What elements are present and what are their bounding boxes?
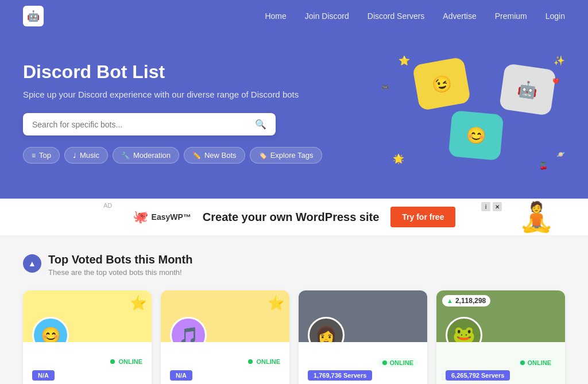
bot-avatar-groovy: 🎵 [170,317,207,342]
navbar: 🤖 Home Join Discord Discord Servers Adve… [0,0,588,32]
deco-heart: ❤️ [552,78,559,84]
ad-logo-icon: 🐙 [133,210,148,224]
nav-join-discord[interactable]: Join Discord [305,11,349,21]
deco-cherry: 🍒 [539,162,548,170]
status-text-dank: ONLINE [527,359,551,366]
bot-card-body-dank: ONLINE 6,265,792 Servers Dank Memer Glob… [436,342,565,384]
servers-badge-dank: 6,265,792 Servers [446,370,510,381]
ad-text: Create your own WordPress site [203,211,380,224]
filter-tab-music-label: Music [80,151,99,160]
bot-card-dank-memer[interactable]: △ ○ □ ▲ 2,118,298 🐸 ONLINE 6,265,792 [436,290,565,384]
bot-card-banner-mudae: 👩 [299,290,427,342]
deco-planet: 🪐 [556,150,565,158]
section-chevron: ▲ [23,254,41,273]
nav-home[interactable]: Home [265,11,286,21]
bot-card-groovy[interactable]: ⭐ 🎵 ONLINE N/A Groovy The best music bot… [161,290,289,384]
bot-card-banner-dank: ▲ 2,118,298 🐸 [436,290,565,342]
ad-close-button[interactable]: ✕ [493,202,502,211]
moderation-icon: 🔧 [121,152,130,160]
status-dot-mudae [382,360,387,365]
nav-logo[interactable]: 🤖 [23,6,44,26]
bot-avatar-mudae: 👩 [308,317,345,342]
ad-illustration: 🧘 [508,199,565,235]
search-bar: 🔍 [23,113,276,135]
section-subtitle: These are the top voted bots this month! [48,268,192,277]
tag-icon: 🏷️ [258,152,267,160]
status-dot-dank [520,360,525,365]
section-header: ▲ Top Voted Bots this Month These are th… [23,253,565,277]
bot-card-body-mudae: ONLINE 1,769,736 Servers Mudae Database … [299,342,427,384]
bubble-gray: 🤖 [499,63,556,116]
search-icon[interactable]: 🔍 [255,119,266,130]
vote-count-dank: 2,118,298 [455,297,486,305]
servers-badge-mee6: N/A [32,370,55,381]
deco-star-1: ⭐ [399,55,410,66]
filter-tab-moderation-label: Moderation [133,151,171,160]
star-badge-mee6: ⭐ [130,295,147,311]
status-dot-mee6 [110,359,115,364]
filter-tab-explore-tags[interactable]: 🏷️ Explore Tags [250,147,322,164]
ad-logo: 🐙 EasyWP™ [133,210,191,224]
servers-badge-groovy: N/A [170,370,192,381]
bot-card-mee6[interactable]: ⭐ 😊 ONLINE N/A MEE6 The most complete & … [23,290,152,384]
bot-card-body-groovy: ONLINE N/A Groovy The best music bot for… [161,342,289,384]
ad-logo-text: EasyWP™ [152,212,191,222]
bubble-yellow: 😉 [412,57,471,111]
bot-status-row-mudae: ONLINE [308,358,418,367]
ad-label: AD [103,202,112,209]
bubble-teal: 😊 [448,110,504,161]
filter-tab-top-label: Top [39,151,51,160]
logo-icon: 🤖 [23,6,44,26]
list-icon: ≡ [32,152,36,160]
ad-info-button[interactable]: i [481,202,490,211]
hero-subtitle: Spice up your Discord experience with ou… [23,90,345,99]
hero-left: Discord Bot List Spice up your Discord e… [23,61,345,164]
search-input[interactable] [32,120,255,129]
filter-tab-explore-tags-label: Explore Tags [270,151,314,160]
ad-banner: AD 🐙 EasyWP™ Create your own WordPress s… [0,199,588,236]
deco-star-2: ✨ [554,55,565,66]
bot-card-mudae[interactable]: 👩 ONLINE 1,769,736 Servers Mudae Databas… [299,290,427,384]
bot-status-row-mee6: ONLINE [32,358,142,365]
bot-card-banner-groovy: ⭐ 🎵 [161,290,289,342]
ad-cta-button[interactable]: Try for free [390,207,455,227]
status-text-mee6: ONLINE [118,358,142,365]
hero-section: Discord Bot List Spice up your Discord e… [0,32,588,199]
filter-tab-new-bots[interactable]: ✏️ New Bots [184,147,245,164]
vote-up-icon: ▲ [447,297,453,304]
vote-badge-dank: ▲ 2,118,298 [442,295,490,307]
nav-login[interactable]: Login [546,11,565,21]
filter-tab-new-bots-label: New Bots [204,151,237,160]
deco-star-3: 🌟 [393,153,404,164]
hero-illustration: 😉 😊 🤖 ⭐ ✨ 🌟 ❤️ 🍒 🪐 🎮 [381,55,565,170]
nav-advertise[interactable]: Advertise [443,11,476,21]
deco-controller: 🎮 [381,84,389,91]
nav-premium[interactable]: Premium [495,11,527,21]
music-icon: ♩ [73,152,76,160]
bot-avatar-dank: 🐸 [446,317,482,342]
bot-status-row-dank: ONLINE [446,358,556,367]
hero-title: Discord Bot List [23,61,345,83]
ad-close-area: i ✕ [481,202,502,211]
bot-avatar-mee6: 😊 [32,317,69,342]
section-info: Top Voted Bots this Month These are the … [48,253,192,277]
section-title: Top Voted Bots this Month [48,253,192,266]
bots-grid: ⭐ 😊 ONLINE N/A MEE6 The most complete & … [23,290,565,384]
filter-tab-moderation[interactable]: 🔧 Moderation [113,147,179,164]
star-badge-groovy: ⭐ [268,295,285,311]
filter-tabs: ≡ Top ♩ Music 🔧 Moderation ✏️ New Bots 🏷… [23,147,345,164]
nav-discord-servers[interactable]: Discord Servers [368,11,425,21]
new-bots-icon: ✏️ [192,152,201,160]
servers-badge-mudae: 1,769,736 Servers [308,370,372,381]
bot-status-row-groovy: ONLINE [170,358,280,365]
status-dot-groovy [248,359,253,364]
main-content: ▲ Top Voted Bots this Month These are th… [0,236,588,384]
status-text-groovy: ONLINE [256,358,280,365]
filter-tab-music[interactable]: ♩ Music [64,147,108,164]
status-text-mudae: ONLINE [389,359,413,366]
bot-card-banner-mee6: ⭐ 😊 [23,290,152,342]
nav-links: Home Join Discord Discord Servers Advert… [265,11,565,21]
bot-card-body-mee6: ONLINE N/A MEE6 The most complete & easy… [23,342,152,384]
filter-tab-top[interactable]: ≡ Top [23,147,60,164]
